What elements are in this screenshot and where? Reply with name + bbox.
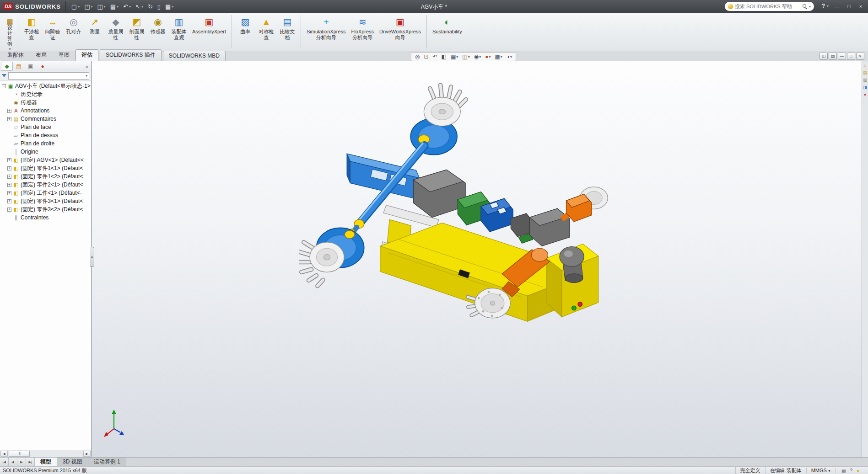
tree-expander[interactable]: + bbox=[7, 175, 11, 179]
curvature-button[interactable]: ▨曲率 bbox=[235, 15, 256, 36]
undo-button[interactable]: ↶▾ bbox=[121, 1, 133, 11]
tree-expander[interactable]: + bbox=[7, 208, 11, 212]
view-palette-tab[interactable]: ◨ bbox=[863, 85, 867, 90]
tab-assembly[interactable]: 装配体 bbox=[1, 49, 30, 61]
tab-sketch[interactable]: 草图 bbox=[53, 49, 75, 61]
view-orientation-button[interactable]: ▦▾ bbox=[449, 53, 460, 60]
tree-item-right-plane[interactable]: ▱Plan de droite bbox=[0, 139, 91, 148]
tree-item-mates-folder[interactable]: ∥Contraintes bbox=[0, 213, 91, 222]
tree-item-top-plane[interactable]: ▱Plan de dessus bbox=[0, 131, 91, 139]
zoom-to-fit-button[interactable]: ◎ bbox=[413, 53, 421, 60]
select-button[interactable]: ↖▾ bbox=[134, 1, 145, 11]
view-settings-button[interactable]: ◑▾ bbox=[505, 53, 514, 60]
tree-expander[interactable]: + bbox=[7, 183, 11, 187]
symmetry-check-button[interactable]: ▲对称检 查 bbox=[256, 15, 277, 42]
file-properties-button[interactable]: ▯ bbox=[156, 1, 162, 11]
propertymanager-tab[interactable]: ▤ bbox=[13, 62, 25, 71]
tree-item-comments-folder[interactable]: +▤Commentaires bbox=[0, 115, 91, 123]
tree-item-component-part1-2[interactable]: +◧(固定) 零件1<2> (Défaut< bbox=[0, 172, 91, 181]
filter-input[interactable]: ▾ bbox=[8, 72, 89, 80]
close-doc-button[interactable]: × bbox=[856, 53, 864, 60]
rebuild-button[interactable]: ↻ bbox=[146, 1, 155, 11]
edit-appearance-button[interactable]: ●▾ bbox=[483, 53, 492, 60]
tree-expander[interactable]: + bbox=[7, 109, 11, 113]
panel-horizontal-scrollbar[interactable]: ◀ ▶ bbox=[0, 450, 91, 457]
interference-detection-button[interactable]: ◧干涉检 查 bbox=[21, 15, 42, 42]
search-dropdown-icon[interactable]: ▾ bbox=[809, 5, 811, 9]
tree-expander[interactable]: + bbox=[7, 158, 11, 162]
section-properties-button[interactable]: ◩剖面属 性 bbox=[126, 15, 147, 42]
tree-item-origin[interactable]: ┼Origine bbox=[0, 148, 91, 156]
apply-scene-button[interactable]: ▩▾ bbox=[493, 53, 504, 60]
tab-3d-views[interactable]: 3D 视图 bbox=[57, 458, 88, 466]
zoom-to-area-button[interactable]: ⊡ bbox=[422, 53, 430, 60]
simulationxpress-wizard-button[interactable]: +SimulationXpress 分析向导 bbox=[304, 15, 349, 42]
tree-expander[interactable]: + bbox=[7, 117, 11, 121]
tab-layout[interactable]: 布局 bbox=[30, 49, 53, 61]
driveworksxpress-wizard-button[interactable]: ▣DriveWorksXpress 向导 bbox=[377, 15, 424, 42]
restore-button[interactable]: □ bbox=[843, 2, 854, 11]
tree-item-annotations-folder[interactable]: +AAnnotations bbox=[0, 107, 91, 115]
appearances-pane-tab[interactable]: ● bbox=[864, 92, 866, 97]
tree-item-component-part2-1[interactable]: +◧(固定) 零件2<1> (Défaut< bbox=[0, 181, 91, 189]
tab-evaluate[interactable]: 评估 bbox=[75, 49, 98, 61]
search-icon[interactable] bbox=[803, 4, 807, 9]
filter-dropdown-icon[interactable]: ▾ bbox=[86, 74, 87, 78]
scrollbar-thumb[interactable] bbox=[9, 451, 30, 457]
tab-solidworks-addins[interactable]: SOLIDWORKS 插件 bbox=[100, 49, 162, 61]
tree-item-component-agv-1[interactable]: +◧(固定) AGV<1> (Défaut<< bbox=[0, 156, 91, 164]
compare-documents-button[interactable]: ▤比较文 档 bbox=[277, 15, 298, 42]
hole-alignment-button[interactable]: ◎孔对齐 bbox=[63, 15, 84, 36]
assemblyxpert-button[interactable]: ▣AssemblyXpert bbox=[189, 15, 229, 36]
first-tab-button[interactable]: |◀ bbox=[0, 458, 9, 466]
hide-show-items-button[interactable]: ◉▾ bbox=[472, 53, 483, 60]
minimize-button[interactable]: — bbox=[831, 2, 842, 11]
tree-item-history-folder[interactable]: ◔历史记录 bbox=[0, 90, 91, 98]
design-library-tab[interactable]: ▤ bbox=[863, 70, 867, 75]
next-tab-button[interactable]: ▶ bbox=[17, 458, 26, 466]
previous-view-button[interactable]: ↶ bbox=[431, 53, 439, 60]
open-button[interactable]: ◰▾ bbox=[82, 1, 94, 11]
featuremanager-tree-tab[interactable]: ◆ bbox=[1, 62, 13, 71]
assembly-visualization-button[interactable]: ▥装配体 直观 bbox=[168, 15, 189, 42]
tree-item-component-workpiece-1[interactable]: +◧(固定) 工件<1> (Défaut<- bbox=[0, 189, 91, 197]
scroll-left-button[interactable]: ◀ bbox=[0, 451, 8, 457]
tree-item-assembly-root[interactable]: −▣AGV小车 (Défaut<显示状态-1> bbox=[0, 82, 91, 90]
prev-tab-button[interactable]: ◀ bbox=[9, 458, 17, 466]
save-button[interactable]: ◫▾ bbox=[95, 1, 107, 11]
help-button[interactable]: ? ▾ bbox=[822, 3, 829, 9]
tree-expander[interactable]: − bbox=[2, 84, 6, 88]
tree-item-front-plane[interactable]: ▱Plan de face bbox=[0, 123, 91, 131]
help-dropdown-icon[interactable]: ▾ bbox=[827, 4, 829, 8]
sensor-button[interactable]: ◉传感器 bbox=[147, 15, 168, 36]
new-window-button[interactable]: ◫ bbox=[819, 53, 828, 60]
tree-item-component-part3-2[interactable]: +◧(固定) 零件3<2> (Défaut< bbox=[0, 205, 91, 213]
panel-tab-overflow[interactable]: » bbox=[86, 64, 90, 69]
tree-expander[interactable]: + bbox=[7, 166, 11, 170]
resources-tab[interactable]: ⌂ bbox=[864, 63, 866, 68]
agv-assembly-model[interactable] bbox=[299, 75, 615, 352]
options-button[interactable]: ▦▾ bbox=[163, 1, 175, 11]
section-view-button[interactable]: ◧ bbox=[440, 53, 448, 60]
tile-windows-button[interactable]: ▤ bbox=[829, 53, 837, 60]
panel-splitter-handle[interactable]: ◂▸ bbox=[90, 247, 94, 267]
search-input[interactable] bbox=[735, 4, 801, 9]
tree-expander[interactable]: + bbox=[7, 199, 11, 203]
file-explorer-tab[interactable]: ▥ bbox=[863, 78, 867, 82]
tab-solidworks-mbd[interactable]: SOLIDWORKS MBD bbox=[163, 51, 226, 61]
measure-button[interactable]: ↗测量 bbox=[84, 15, 105, 36]
mass-properties-button[interactable]: ◆质量属 性 bbox=[105, 15, 126, 42]
scroll-right-button[interactable]: ▶ bbox=[83, 451, 91, 457]
design-study-button[interactable]: ▦ 设计算例 ▾ bbox=[2, 14, 18, 49]
tree-item-sensors-folder[interactable]: ◉传感器 bbox=[0, 98, 91, 107]
appearances-tab[interactable]: ● bbox=[37, 62, 49, 71]
new-button[interactable]: ▢▾ bbox=[70, 1, 81, 11]
sustainability-button[interactable]: ◐Sustainability bbox=[430, 15, 465, 36]
tags-icon[interactable]: ▤ bbox=[841, 468, 846, 473]
tree-item-component-part1-1[interactable]: +◧(固定) 零件1<1> (Défaut< bbox=[0, 164, 91, 172]
print-button[interactable]: ▤▾ bbox=[108, 1, 120, 11]
minimize-doc-button[interactable]: — bbox=[838, 53, 846, 60]
tab-motion-study-1[interactable]: 运动算例 1 bbox=[88, 458, 126, 466]
last-tab-button[interactable]: ▶| bbox=[26, 458, 35, 466]
tab-model[interactable]: 模型 bbox=[35, 458, 57, 466]
